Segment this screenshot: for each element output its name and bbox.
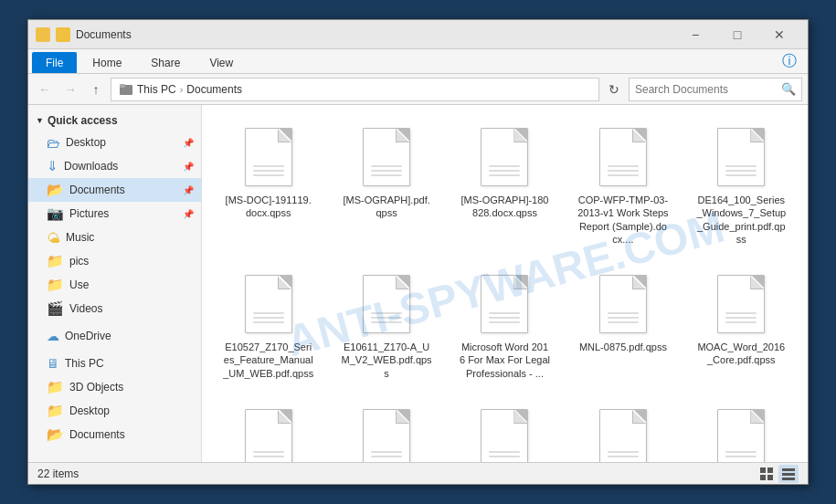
file-item[interactable] xyxy=(213,397,323,462)
sidebar-item-videos[interactable]: 🎬 Videos xyxy=(28,297,201,320)
tab-share[interactable]: Share xyxy=(137,52,194,73)
desktop-icon: 🗁 xyxy=(47,135,60,151)
sidebar-item-onedrive[interactable]: ☁ OneDrive xyxy=(28,324,201,348)
doc-lines xyxy=(608,312,639,323)
doc-line xyxy=(371,321,402,323)
close-button[interactable]: ✕ xyxy=(758,20,800,49)
doc-icon xyxy=(599,128,647,186)
up-button[interactable]: ↑ xyxy=(85,79,107,100)
help-button[interactable]: ⓘ xyxy=(775,50,804,73)
pin-icon: 📌 xyxy=(183,209,194,219)
file-item[interactable]: DE164_100_Series_Windows_7_Setup_Guide_p… xyxy=(686,116,797,254)
doc-line xyxy=(489,170,520,172)
refresh-button[interactable]: ↻ xyxy=(603,79,625,100)
sidebar-item-use[interactable]: 📁 Use xyxy=(28,273,201,297)
svg-rect-5 xyxy=(120,84,125,88)
sidebar-item-label: Documents xyxy=(69,184,125,196)
file-area: ANTI-SPYWARE.COM [MS-DOC]-191119.docx.qp… xyxy=(202,105,808,462)
file-name: DE164_100_Series_Windows_7_Setup_Guide_p… xyxy=(695,194,787,246)
sidebar-item-pictures[interactable]: 📷 Pictures 📌 xyxy=(28,202,201,226)
file-name: [MS-OGRAPH]-180828.docx.qpss xyxy=(459,194,550,220)
svg-rect-12 xyxy=(782,478,795,480)
address-path[interactable]: This PC › Documents xyxy=(111,78,599,101)
back-button[interactable]: ← xyxy=(34,79,56,100)
file-item[interactable]: E10611_Z170-A_UM_V2_WEB.pdf.qpss xyxy=(331,263,441,388)
sidebar-section-label: Quick access xyxy=(48,114,118,127)
sidebar-item-label: 3D Objects xyxy=(69,381,123,394)
file-item[interactable]: [MS-DOC]-191119.docx.qpss xyxy=(213,116,323,254)
file-icon-container xyxy=(594,271,652,337)
sidebar-item-label: Desktop xyxy=(69,404,110,417)
file-item[interactable] xyxy=(686,397,797,462)
title-bar: Documents − □ ✕ xyxy=(28,20,808,49)
path-icon xyxy=(119,82,133,97)
sidebar-item-documents2[interactable]: 📂 Documents xyxy=(28,423,201,446)
grid-view-button[interactable] xyxy=(757,465,777,483)
file-item[interactable] xyxy=(331,397,441,462)
file-item[interactable] xyxy=(567,397,678,462)
doc-line xyxy=(725,170,757,172)
tab-file[interactable]: File xyxy=(32,52,77,73)
file-item[interactable]: Microsoft Word 2016 For Max For Legal Pr… xyxy=(450,263,560,388)
sidebar-item-desktop[interactable]: 🗁 Desktop 📌 xyxy=(28,131,201,154)
file-item[interactable]: E10527_Z170_Series_Feature_Manual_UM_WEB… xyxy=(213,263,323,388)
videos-icon: 🎬 xyxy=(47,300,64,317)
sidebar-item-label: This PC xyxy=(65,357,104,370)
details-view-button[interactable] xyxy=(778,465,799,483)
doc-line xyxy=(371,170,402,172)
file-item[interactable] xyxy=(450,397,560,462)
file-item[interactable]: [MS-OGRAPH]-180828.docx.qpss xyxy=(450,116,560,254)
sidebar-item-label: Use xyxy=(69,278,89,291)
doc-lines xyxy=(253,312,284,323)
doc-lines xyxy=(253,165,284,176)
sidebar-item-documents[interactable]: 📂 Documents 📌 xyxy=(28,178,201,202)
doc-icon xyxy=(717,275,765,333)
svg-rect-7 xyxy=(767,467,773,473)
sidebar-item-desktop2[interactable]: 📁 Desktop xyxy=(28,399,201,423)
path-this-pc[interactable]: This PC xyxy=(137,83,176,96)
computer-icon: 🖥 xyxy=(47,356,59,371)
folder-icon: 📁 xyxy=(47,379,64,395)
maximize-button[interactable]: □ xyxy=(716,20,758,49)
sidebar-item-music[interactable]: 🌤 Music xyxy=(28,226,201,249)
sidebar-item-downloads[interactable]: ⇓ Downloads 📌 xyxy=(28,154,201,178)
minimize-button[interactable]: − xyxy=(674,20,716,49)
file-icon-container xyxy=(712,405,770,462)
sidebar-item-pics[interactable]: 📁 pics xyxy=(28,249,201,273)
file-name: [MS-OGRAPH].pdf.qpss xyxy=(341,194,432,220)
sidebar-item-3d-objects[interactable]: 📁 3D Objects xyxy=(28,375,201,399)
doc-line xyxy=(608,456,639,457)
onedrive-icon: ☁ xyxy=(47,329,59,343)
file-item[interactable]: COP-WFP-TMP-03-2013-v1 Work Steps Report… xyxy=(567,116,678,254)
folder-icon: 📁 xyxy=(47,403,64,419)
file-grid: [MS-DOC]-191119.docx.qpss [MS-OGRAPH].pd… xyxy=(213,116,797,462)
doc-line xyxy=(371,451,402,453)
doc-lines xyxy=(371,451,402,457)
doc-line xyxy=(253,312,284,314)
folder-icon: 📂 xyxy=(47,426,64,443)
file-name: [MS-DOC]-191119.docx.qpss xyxy=(223,194,314,220)
svg-rect-2 xyxy=(37,36,42,40)
forward-button[interactable]: → xyxy=(59,79,81,100)
search-input[interactable] xyxy=(635,83,778,96)
path-documents[interactable]: Documents xyxy=(186,83,242,96)
file-item[interactable]: MNL-0875.pdf.qpss xyxy=(567,263,678,388)
ribbon: File Home Share View ⓘ xyxy=(28,49,808,74)
doc-line xyxy=(253,170,284,172)
svg-rect-3 xyxy=(44,36,48,40)
tab-home[interactable]: Home xyxy=(79,52,135,73)
tab-view[interactable]: View xyxy=(196,52,247,73)
ribbon-tabs: File Home Share View ⓘ xyxy=(28,49,808,73)
file-icon-container xyxy=(239,124,298,190)
doc-line xyxy=(253,317,284,319)
svg-rect-6 xyxy=(760,467,766,473)
file-name: Microsoft Word 2016 For Max For Legal Pr… xyxy=(459,341,550,380)
file-item[interactable]: [MS-OGRAPH].pdf.qpss xyxy=(331,116,441,254)
doc-line xyxy=(371,174,402,176)
file-item[interactable]: MOAC_Word_2016_Core.pdf.qpss xyxy=(686,263,797,388)
search-box[interactable]: 🔍 xyxy=(629,78,802,101)
list-icon xyxy=(781,467,796,481)
sidebar-item-this-pc[interactable]: 🖥 This PC xyxy=(28,352,201,375)
file-name: MOAC_Word_2016_Core.pdf.qpss xyxy=(695,341,787,367)
window-icon xyxy=(36,27,50,42)
